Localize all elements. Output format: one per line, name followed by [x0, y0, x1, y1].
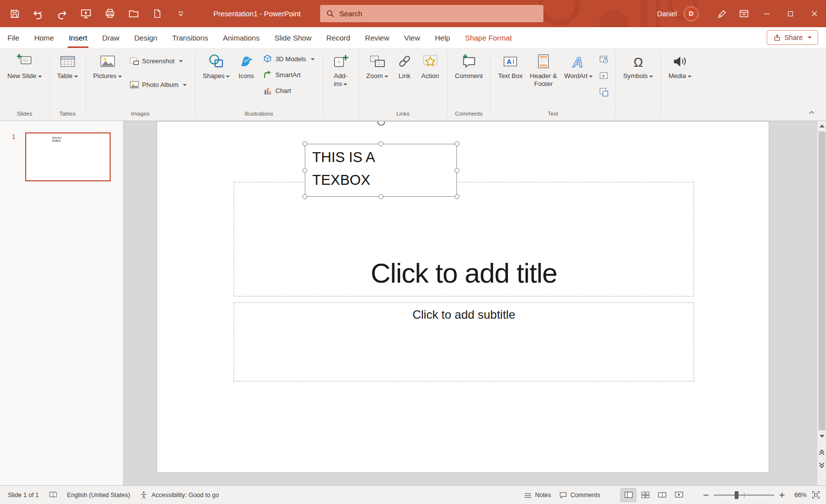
selection-handle-sw[interactable]	[302, 194, 307, 199]
selection-handle-nw[interactable]	[302, 141, 307, 146]
slide-indicator[interactable]: Slide 1 of 1	[8, 492, 39, 499]
media-button[interactable]: Media	[666, 49, 694, 80]
tab-review[interactable]: Review	[358, 27, 397, 48]
zoom-out-button[interactable]	[703, 492, 709, 498]
tab-transitions[interactable]: Transitions	[165, 27, 215, 48]
normal-view-button[interactable]	[621, 489, 636, 502]
maximize-button[interactable]	[779, 0, 802, 27]
close-icon	[810, 9, 819, 18]
selection-handle-ne[interactable]	[454, 141, 459, 146]
slide-show-button[interactable]	[671, 489, 686, 502]
ribbon-group-label-tables: Tables	[55, 107, 81, 120]
3d-models-button[interactable]: 3D Models	[260, 53, 317, 65]
photo-album-button[interactable]: Photo Album	[126, 79, 190, 91]
next-slide-button[interactable]	[818, 459, 826, 471]
zoom-button[interactable]: Zoom	[364, 49, 391, 80]
ribbon-group-label-illustrations: Illustrations	[200, 107, 317, 120]
tab-help[interactable]: Help	[427, 27, 457, 48]
ink-pen-button[interactable]	[711, 0, 733, 27]
textbox-text[interactable]: THIS IS A TEXBOX	[305, 144, 397, 191]
chevron-down-icon	[343, 84, 347, 85]
scroll-down-button[interactable]	[818, 431, 826, 441]
selection-handle-w[interactable]	[302, 168, 307, 173]
subtitle-placeholder[interactable]: Click to add subtitle	[234, 302, 694, 381]
close-button[interactable]	[802, 0, 826, 27]
collapse-ribbon-button[interactable]	[805, 108, 818, 118]
screenshot-button[interactable]: Screenshot	[126, 55, 190, 67]
slide-sorter-view-button[interactable]	[638, 489, 653, 502]
scrollbar-track[interactable]	[818, 130, 826, 431]
chart-button[interactable]: Chart	[260, 85, 317, 96]
quick-print-button[interactable]	[103, 5, 117, 22]
tab-animations[interactable]: Animations	[215, 27, 267, 48]
save-button[interactable]	[8, 5, 22, 22]
scrollbar-thumb[interactable]	[819, 131, 826, 430]
tab-slide-show[interactable]: Slide Show	[267, 27, 319, 48]
new-file-button[interactable]	[150, 5, 164, 22]
selection-handle-s[interactable]	[378, 194, 383, 199]
fit-slide-button[interactable]	[812, 491, 820, 499]
selection-handle-se[interactable]	[454, 194, 459, 199]
tab-record[interactable]: Record	[319, 27, 357, 48]
selection-handle-n[interactable]	[378, 141, 383, 146]
share-button[interactable]: Share	[767, 30, 818, 45]
new-slide-button[interactable]: New Slide	[5, 49, 44, 80]
search-box[interactable]	[320, 5, 543, 22]
add-ins-button[interactable]: Add-ins	[328, 49, 354, 88]
smartart-button[interactable]: SmartArt	[260, 69, 317, 81]
textbox[interactable]: THIS IS A TEXBOX	[305, 144, 457, 197]
selection-handle-e[interactable]	[454, 168, 459, 173]
ribbon-group-slides: New Slide Slides	[0, 48, 49, 121]
minimize-button[interactable]	[755, 0, 779, 27]
search-input[interactable]	[339, 10, 517, 18]
action-button[interactable]: Action	[418, 49, 442, 80]
reading-view-icon	[658, 492, 666, 498]
date-time-button[interactable]	[597, 53, 610, 65]
object-button[interactable]	[597, 86, 610, 98]
zoom-slider[interactable]	[714, 495, 774, 496]
pictures-button[interactable]: Pictures	[91, 49, 124, 80]
tab-view[interactable]: View	[397, 27, 427, 48]
spell-check-button[interactable]	[49, 491, 57, 499]
zoom-in-button[interactable]	[779, 492, 785, 498]
language-indicator[interactable]: English (United States)	[67, 492, 130, 499]
comments-button[interactable]: Comments	[559, 492, 600, 499]
link-button[interactable]: Link	[393, 49, 416, 80]
tab-draw[interactable]: Draw	[95, 27, 127, 48]
table-button[interactable]: Table	[55, 49, 81, 80]
wordart-button[interactable]: A WordArt	[562, 49, 595, 80]
undo-button[interactable]	[32, 5, 45, 22]
slide-canvas[interactable]: Click to add title Click to add subtitle…	[157, 121, 769, 473]
text-box-button[interactable]: A Text Box	[496, 49, 525, 80]
redo-icon	[56, 8, 68, 20]
accessibility-checker[interactable]: Accessibility: Good to go	[140, 491, 219, 499]
previous-slide-button[interactable]	[818, 446, 826, 459]
avatar[interactable]: D	[684, 6, 699, 21]
tab-insert[interactable]: Insert	[61, 27, 95, 48]
smartart-icon	[263, 70, 272, 80]
icons-button[interactable]: Icons	[234, 49, 258, 80]
comment-button[interactable]: Comment	[453, 49, 485, 80]
tab-home[interactable]: Home	[27, 27, 61, 48]
start-slideshow-button[interactable]	[79, 5, 93, 22]
ribbon-group-label-media	[666, 107, 694, 120]
tab-file[interactable]: File	[0, 27, 27, 48]
zoom-level[interactable]: 66%	[790, 492, 807, 499]
tab-design[interactable]: Design	[127, 27, 165, 48]
slide-thumbnail[interactable]: THIS IS A TEXBOX	[25, 132, 111, 181]
symbols-button[interactable]: Ω Symbols	[620, 49, 656, 80]
title-placeholder[interactable]: Click to add title	[234, 182, 694, 296]
header-footer-button[interactable]: Header & Footer	[527, 49, 560, 88]
reading-view-button[interactable]	[655, 489, 669, 502]
shapes-button[interactable]: Shapes	[200, 49, 232, 80]
zoom-slider-handle[interactable]	[735, 491, 739, 499]
scroll-up-button[interactable]	[818, 121, 826, 130]
tab-shape-format[interactable]: Shape Format	[457, 27, 519, 48]
notes-button[interactable]: Notes	[524, 492, 551, 499]
ribbon-display-options-button[interactable]	[733, 0, 755, 27]
redo-button[interactable]	[55, 5, 69, 22]
open-button[interactable]	[126, 5, 140, 22]
customize-qat-button[interactable]	[174, 5, 188, 22]
slide-number-button[interactable]: #	[597, 70, 610, 82]
user-name[interactable]: Daniel	[657, 10, 677, 18]
